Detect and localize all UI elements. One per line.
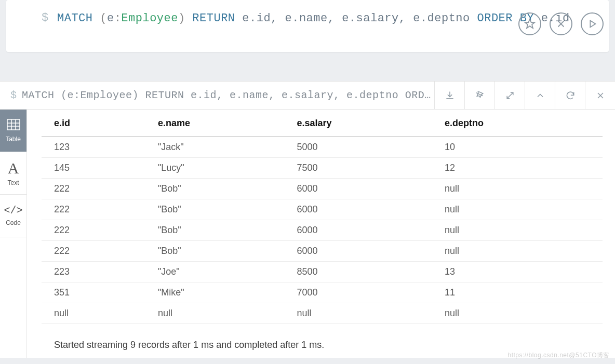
sidebar-item-table[interactable]: Table bbox=[0, 110, 26, 152]
table-row[interactable]: 222"Bob"6000null bbox=[42, 199, 603, 220]
results-body: Table A Text </> Code e.id e.name e.sala… bbox=[0, 110, 615, 358]
table-cell: null bbox=[440, 179, 603, 199]
refresh-icon bbox=[565, 90, 576, 101]
close-paren: ) bbox=[178, 12, 185, 25]
table-cell: 12 bbox=[440, 158, 603, 179]
close-icon bbox=[595, 90, 606, 101]
table-cell: 10 bbox=[440, 137, 603, 158]
table-cell: 222 bbox=[42, 241, 154, 262]
table-cell: "Mike" bbox=[154, 282, 292, 303]
results-header: $ MATCH (e:Employee) RETURN e.id, e.name… bbox=[0, 82, 615, 110]
chevron-up-icon bbox=[535, 90, 545, 101]
table-cell: "Bob" bbox=[154, 241, 292, 262]
results-main: e.id e.name e.salary e.deptno 123"Jack"5… bbox=[27, 110, 615, 358]
svg-marker-3 bbox=[590, 21, 595, 28]
table-cell: 6000 bbox=[292, 179, 440, 199]
clear-query-button[interactable] bbox=[550, 12, 572, 35]
table-row[interactable]: 145"Lucy"750012 bbox=[42, 158, 603, 179]
keyword-return: RETURN bbox=[192, 12, 235, 25]
results-query-echo: MATCH (e:Employee) RETURN e.id, e.name, … bbox=[22, 89, 434, 101]
node-label: Employee bbox=[121, 12, 178, 25]
pin-icon bbox=[475, 90, 485, 101]
query-action-icons bbox=[518, 12, 604, 35]
table-cell: 222 bbox=[42, 220, 154, 241]
table-cell: 351 bbox=[42, 282, 154, 303]
column-header[interactable]: e.deptno bbox=[440, 110, 603, 137]
table-cell: 223 bbox=[42, 262, 154, 282]
collapse-button[interactable] bbox=[525, 82, 555, 109]
svg-rect-9 bbox=[7, 119, 20, 130]
results-view-sidebar: Table A Text </> Code bbox=[0, 110, 27, 358]
code-brackets-icon: </> bbox=[4, 206, 22, 216]
table-cell: null bbox=[42, 303, 154, 324]
table-cell: 6000 bbox=[292, 199, 440, 220]
results-panel: $ MATCH (e:Employee) RETURN e.id, e.name… bbox=[0, 81, 615, 358]
results-prompt-symbol: $ bbox=[0, 89, 22, 101]
expand-icon bbox=[505, 90, 515, 101]
close-results-button[interactable] bbox=[585, 82, 615, 109]
table-cell: "Joe" bbox=[154, 262, 292, 282]
table-cell: null bbox=[292, 303, 440, 324]
table-grid-icon bbox=[7, 119, 20, 132]
text-a-icon: A bbox=[8, 160, 19, 176]
table-cell: "Bob" bbox=[154, 179, 292, 199]
table-row[interactable]: nullnullnullnull bbox=[42, 303, 603, 324]
table-cell: "Bob" bbox=[154, 220, 292, 241]
colon: : bbox=[114, 12, 122, 25]
table-row[interactable]: 351"Mike"700011 bbox=[42, 282, 603, 303]
column-header[interactable]: e.salary bbox=[292, 110, 440, 137]
table-header-row: e.id e.name e.salary e.deptno bbox=[42, 110, 603, 137]
column-header[interactable]: e.name bbox=[154, 110, 292, 137]
results-table: e.id e.name e.salary e.deptno 123"Jack"5… bbox=[42, 110, 603, 324]
table-cell: 145 bbox=[42, 158, 154, 179]
table-cell: 11 bbox=[440, 282, 603, 303]
svg-marker-0 bbox=[525, 19, 534, 28]
table-cell: null bbox=[440, 303, 603, 324]
table-cell: 123 bbox=[42, 137, 154, 158]
table-cell: null bbox=[440, 241, 603, 262]
query-editor[interactable]: MATCH (e:Employee) RETURN e.id, e.name, … bbox=[42, 9, 598, 28]
export-button[interactable] bbox=[434, 82, 464, 109]
table-row[interactable]: 223"Joe"850013 bbox=[42, 262, 603, 282]
table-cell: "Bob" bbox=[154, 199, 292, 220]
rerun-button[interactable] bbox=[555, 82, 585, 109]
prompt-symbol: $ bbox=[42, 11, 48, 24]
run-query-button[interactable] bbox=[581, 12, 604, 35]
table-cell: 222 bbox=[42, 199, 154, 220]
table-cell: 6000 bbox=[292, 241, 440, 262]
column-header[interactable]: e.id bbox=[42, 110, 154, 137]
table-row[interactable]: 123"Jack"500010 bbox=[42, 137, 603, 158]
results-header-actions bbox=[434, 82, 615, 109]
download-icon bbox=[445, 90, 455, 101]
sidebar-item-code[interactable]: </> Code bbox=[0, 195, 26, 237]
table-cell: 6000 bbox=[292, 220, 440, 241]
table-cell: 222 bbox=[42, 179, 154, 199]
table-cell: 7000 bbox=[292, 282, 440, 303]
table-row[interactable]: 222"Bob"6000null bbox=[42, 179, 603, 199]
star-icon bbox=[524, 18, 536, 30]
variable-e: e bbox=[107, 12, 114, 25]
sidebar-item-label: Code bbox=[6, 219, 21, 226]
table-cell: 5000 bbox=[292, 137, 440, 158]
table-cell: null bbox=[440, 199, 603, 220]
pin-button[interactable] bbox=[464, 82, 494, 109]
favorite-button[interactable] bbox=[518, 12, 541, 35]
table-row[interactable]: 222"Bob"6000null bbox=[42, 220, 603, 241]
table-cell: 7500 bbox=[292, 158, 440, 179]
fullscreen-button[interactable] bbox=[494, 82, 525, 109]
sidebar-item-label: Table bbox=[6, 136, 21, 143]
table-cell: 13 bbox=[440, 262, 603, 282]
table-row[interactable]: 222"Bob"6000null bbox=[42, 241, 603, 262]
table-cell: null bbox=[154, 303, 292, 324]
sidebar-item-label: Text bbox=[7, 179, 19, 186]
open-paren: ( bbox=[100, 12, 107, 25]
table-cell: null bbox=[440, 220, 603, 241]
watermark-text: https://blog.csdn.net@51CTO博客 bbox=[507, 351, 610, 360]
close-icon bbox=[555, 18, 567, 30]
play-icon bbox=[586, 18, 598, 30]
table-cell: "Lucy" bbox=[154, 158, 292, 179]
table-cell: "Jack" bbox=[154, 137, 292, 158]
sidebar-item-text[interactable]: A Text bbox=[0, 152, 26, 195]
keyword-match: MATCH bbox=[57, 12, 93, 25]
svg-line-6 bbox=[507, 92, 513, 99]
